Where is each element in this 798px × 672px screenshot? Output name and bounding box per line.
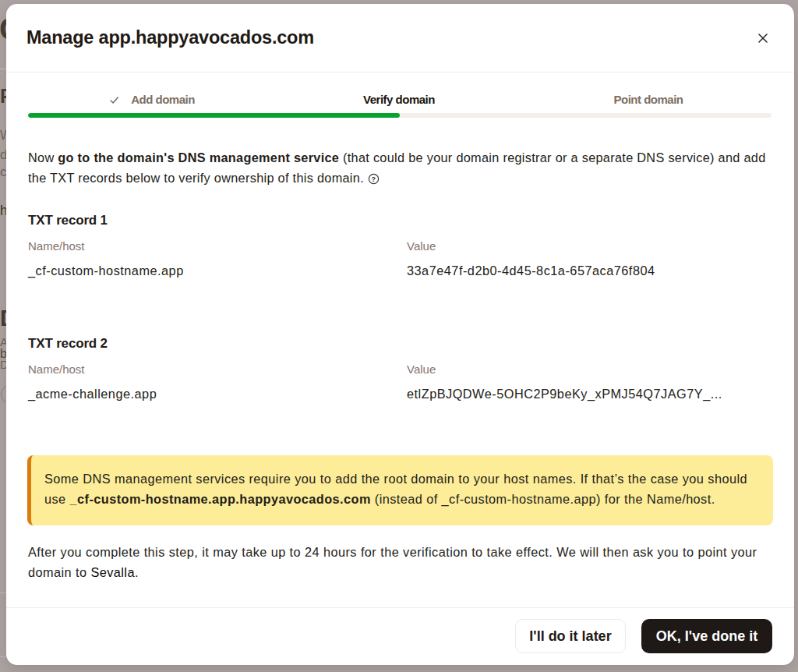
record-title: TXT record 2 — [28, 337, 772, 350]
intro-text-pre: Now — [28, 150, 58, 164]
do-it-later-button[interactable]: I'll do it later — [515, 619, 626, 653]
brand-name: Sevalla — [90, 565, 134, 579]
record-title: TXT record 1 — [28, 214, 772, 227]
close-icon — [758, 34, 768, 43]
step-add-domain: Add domain — [109, 94, 195, 105]
note-text-post: . — [135, 565, 139, 579]
record-value: 33a7e47f-d2b0-4d45-8c1a-657aca76f804 — [407, 264, 655, 278]
record-name-host: _cf-custom-hostname.app — [28, 264, 184, 278]
backdrop-line-fragment — [0, 656, 6, 657]
help-icon[interactable]: ? — [368, 173, 380, 185]
dialog-title: Manage app.happyavocados.com — [26, 27, 314, 48]
backdrop-line-fragment — [0, 592, 6, 593]
step-label: Add domain — [131, 94, 195, 105]
value-label: Value — [407, 240, 436, 252]
after-step-note: After you complete this step, it may tak… — [28, 543, 772, 582]
txt-record-2: TXT record 2 Name/host Value _acme-chall… — [28, 337, 772, 363]
warning-text-bold: _cf-custom-hostname.app.happyavocados.co… — [70, 492, 371, 506]
warning-text-post: (instead of _cf-custom-hostname.app) for… — [371, 492, 715, 506]
dns-root-domain-warning: Some DNS management services require you… — [27, 455, 773, 525]
name-host-label: Name/host — [28, 240, 85, 252]
intro-text-bold: go to the domain's DNS management servic… — [58, 150, 339, 164]
step-point-domain: Point domain — [614, 94, 683, 105]
ok-done-button[interactable]: OK, I've done it — [641, 619, 772, 653]
intro-text: Now go to the domain's DNS management se… — [28, 148, 772, 188]
name-host-label: Name/host — [28, 363, 85, 375]
txt-record-1: TXT record 1 Name/host Value _cf-custom-… — [28, 214, 772, 240]
check-icon — [109, 95, 119, 105]
dialog-footer: I'll do it later OK, I've done it — [6, 607, 794, 665]
record-value: etlZpBJQDWe-5OHC2P9beKy_xPMJ54Q7JAG7Y_..… — [407, 387, 722, 401]
value-label: Value — [407, 363, 436, 375]
dialog-header: Manage app.happyavocados.com — [6, 4, 794, 73]
progress-bar-track — [28, 113, 772, 118]
manage-domain-dialog: Manage app.happyavocados.com Add domain … — [6, 4, 794, 665]
close-button[interactable] — [750, 26, 775, 51]
progress-bar-fill — [28, 113, 400, 118]
backdrop-line-fragment — [0, 69, 6, 69]
checkmark-icon — [109, 95, 119, 105]
step-verify-domain: Verify domain — [363, 94, 435, 105]
step-label: Point domain — [614, 94, 683, 105]
record-name-host: _acme-challenge.app — [28, 387, 157, 401]
step-label: Verify domain — [363, 94, 435, 105]
svg-text:?: ? — [372, 175, 376, 182]
